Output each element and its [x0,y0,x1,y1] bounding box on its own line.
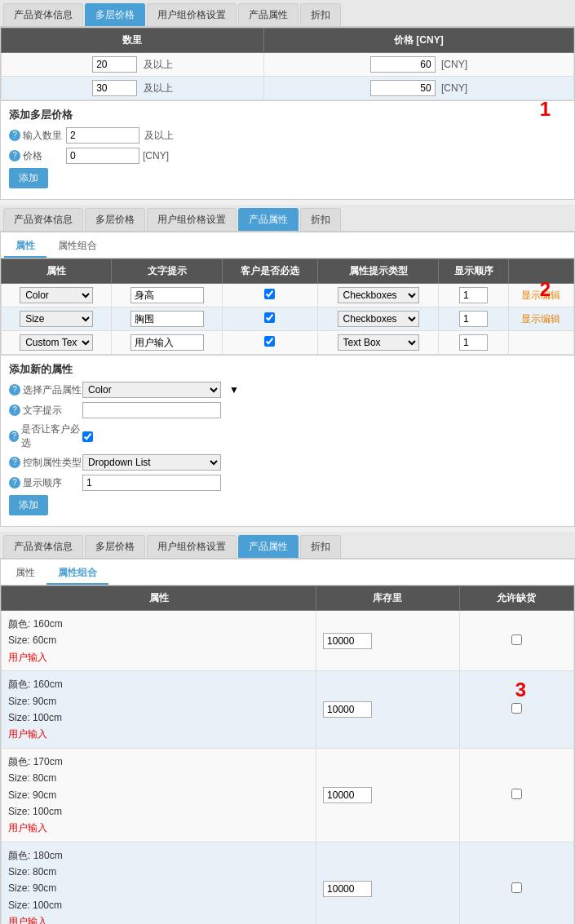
required-label: 是否让客户必选 [21,422,82,450]
tab-product-info-3[interactable]: 产品资体信息 [3,535,83,558]
tab-product-attr-1[interactable]: 产品属性 [238,3,299,26]
tab-product-info-2[interactable]: 产品资体信息 [3,208,83,231]
attr-order-input[interactable] [459,287,488,303]
backorder-checkbox[interactable] [511,789,522,799]
type-info[interactable]: ? [9,457,20,468]
price-input[interactable] [66,148,139,164]
attr-order-input[interactable] [459,311,488,327]
hint-info[interactable]: ? [9,405,20,416]
order-info[interactable]: ? [9,477,20,489]
attr-table-row: Custom Text Text Box [2,331,574,355]
price-currency: [CNY] [441,82,467,94]
attr-value-red: 用户输入 [8,916,47,924]
attr-type-select[interactable]: Text Box [338,334,419,351]
price-table-row: 及以上 [CNY] [2,77,574,100]
attr-edit-link[interactable]: 显示编辑 [521,313,560,325]
qty-above-label: 及以上 [144,129,174,143]
attr-required-checkbox[interactable] [264,312,275,323]
attr-order-input[interactable] [459,334,488,351]
attr-hint-input[interactable] [130,334,204,351]
attr-value: Size: 100cm [8,712,62,723]
attr-table-row: Size Checkboxes 显示编辑 [2,307,574,331]
price-label: 价格 [23,149,42,163]
order-input[interactable] [82,475,221,491]
combo-table-row: 颜色: 180cmSize: 80cmSize: 90cmSize: 100cm… [2,842,574,924]
type-label: 控制属性类型 [23,456,82,470]
attr-value: 颜色: 160cm [8,618,63,630]
attr-type-select[interactable]: Checkboxes [338,311,419,327]
stock-input[interactable] [323,633,372,649]
attr-select[interactable]: Custom Text [20,334,93,351]
attr-value: 颜色: 180cm [8,850,63,861]
price-info-icon[interactable]: ? [9,150,20,161]
attr-col-required: 客户是否必选 [222,259,317,284]
price-currency: [CNY] [441,59,467,70]
qty-input[interactable] [66,127,139,144]
attr-type-select[interactable]: Checkboxes [338,287,419,303]
attr-col-hint: 文字提示 [112,259,222,284]
tab-tier-price-1[interactable]: 多层价格 [85,3,145,26]
price-value-input[interactable] [370,80,436,96]
attr-required-checkbox[interactable] [264,336,275,347]
attr-value: Size: 100cm [8,900,62,911]
required-checkbox[interactable] [82,431,93,442]
tab-tier-price-2[interactable]: 多层价格 [85,208,145,231]
tab-tier-price-3[interactable]: 多层价格 [85,535,145,558]
attr-hint-input[interactable] [130,287,204,303]
tab-group-price-3[interactable]: 用户组价格设置 [147,535,237,558]
section-number-2: 2 [540,278,551,301]
stock-input[interactable] [323,787,372,803]
combo-col-stock: 库存里 [316,586,460,611]
select-attr-info[interactable]: ? [9,384,20,396]
tab-product-attr-2[interactable]: 产品属性 [238,208,299,231]
qty-info-icon[interactable]: ? [9,130,20,141]
select-attr-dropdown[interactable]: Color Size Custom Text [82,382,221,398]
inner-tab-attr-3[interactable]: 属性 [4,563,46,585]
tab-product-info-1[interactable]: 产品资体信息 [3,3,83,26]
attr-value: Size: 100cm [8,806,62,817]
tab-product-attr-3[interactable]: 产品属性 [238,535,299,558]
attr-hint-input[interactable] [130,311,204,327]
attr-col-order: 显示顺序 [439,259,508,284]
add-tier-price-button[interactable]: 添加 [9,168,48,188]
tab-discount-3[interactable]: 折扣 [300,535,341,558]
attr-value: 颜色: 170cm [8,756,63,767]
price-qty-input[interactable] [92,80,137,96]
attr-select[interactable]: Size [20,311,93,327]
backorder-checkbox[interactable] [511,703,522,714]
backorder-checkbox[interactable] [511,634,522,645]
stock-input[interactable] [323,701,372,718]
attr-select[interactable]: Color [20,287,93,303]
tab-discount-1[interactable]: 折扣 [300,3,341,26]
required-info[interactable]: ? [9,431,19,442]
inner-tab-combo-2[interactable]: 属性组合 [46,236,108,258]
attr-required-checkbox[interactable] [264,289,275,299]
inner-tab-attr-2[interactable]: 属性 [4,236,46,258]
combo-col-attr: 属性 [2,586,316,611]
price-value-input[interactable] [370,56,436,73]
order-label: 显示顺序 [23,476,62,490]
tab-group-price-2[interactable]: 用户组价格设置 [147,208,237,231]
tab-discount-2[interactable]: 折扣 [300,208,341,231]
attr-value: 颜色: 160cm [8,679,63,690]
attr-value-red: 用户输入 [8,652,47,663]
price-qty-input[interactable] [92,56,137,73]
price-above-label: 及以上 [144,59,173,70]
price-table-header-qty: 数里 [2,29,264,53]
price-table-row: 及以上 [CNY] [2,53,574,77]
tab-bar-1: 产品资体信息 多层价格 用户组价格设置 产品属性 折扣 [0,0,575,27]
attr-value-red: 用户输入 [8,822,47,833]
hint-label: 文字提示 [23,404,62,418]
add-attr-button[interactable]: 添加 [9,495,48,515]
combo-table: 属性 库存里 允许缺货 颜色: 160cmSize: 60cm用户输入 颜色: … [1,586,574,924]
combo-table-row: 颜色: 160cmSize: 60cm用户输入 [2,611,574,671]
add-attr-title: 添加新的属性 [9,362,566,377]
hint-input[interactable] [82,402,221,418]
type-dropdown[interactable]: Dropdown List Checkboxes Text Box [82,454,221,471]
inner-tab-combo-3[interactable]: 属性组合 [46,563,108,585]
attr-col-type: 属性提示类型 [317,259,439,284]
stock-input[interactable] [323,881,372,897]
tab-group-price-1[interactable]: 用户组价格设置 [147,3,237,26]
backorder-checkbox[interactable] [511,882,522,893]
attr-value: Size: 90cm [8,696,56,707]
